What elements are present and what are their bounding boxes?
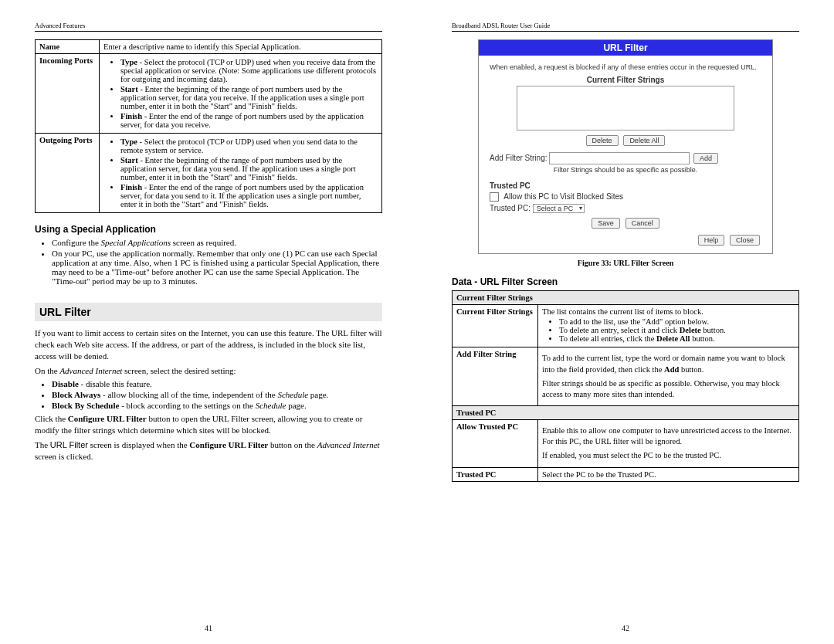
page-right: Broadband ADSL Router User Guide URL Fil… (417, 0, 834, 644)
tbl-allow-label: Allow Trusted PC (453, 420, 538, 468)
trusted-pc-label: Trusted PC: (490, 204, 531, 212)
allow-trusted-label: Allow this PC to Visit Blocked Sites (503, 192, 623, 201)
tbl-section-trusted: Trusted PC (453, 406, 799, 420)
url-filter-heading: URL Filter (35, 303, 382, 321)
help-button[interactable]: Help (698, 235, 725, 246)
tbl-add-desc: To add to the current list, type the wor… (538, 347, 799, 406)
tbl-current-desc: The list contains the current list of it… (538, 305, 799, 347)
fig-filter-listbox[interactable] (517, 86, 734, 130)
page-left: Advanced Features Name Enter a descripti… (0, 0, 417, 644)
tbl-current-label: Current Filter Strings (453, 305, 538, 347)
page-number-left: 41 (0, 624, 417, 632)
data-url-filter-table: Current Filter Strings Current Filter St… (452, 290, 799, 481)
tbl-add-label: Add Filter String (453, 347, 538, 406)
add-filter-input[interactable] (549, 152, 690, 164)
add-button[interactable]: Add (693, 153, 718, 164)
using-special-list: Configure the Special Applications scree… (35, 238, 382, 286)
using-special-heading: Using a Special Application (35, 224, 382, 235)
allow-trusted-checkbox[interactable] (490, 192, 499, 202)
tbl-section-current: Current Filter Strings (453, 291, 799, 305)
url-filter-p4: The URL Filter screen is displayed when … (35, 439, 382, 463)
trusted-pc-select[interactable]: Select a PC (533, 204, 585, 213)
tbl-allow-desc: Enable this to allow one computer to hav… (538, 420, 799, 468)
page-header-left: Advanced Features (35, 22, 382, 32)
trusted-pc-heading: Trusted PC (490, 181, 761, 190)
fig-note: When enabled, a request is blocked if an… (490, 63, 761, 71)
row-name-desc: Enter a descriptive name to identify thi… (100, 40, 382, 54)
row-in-label: Incoming Ports (36, 54, 100, 134)
url-filter-screenshot: URL Filter When enabled, a request is bl… (478, 39, 773, 254)
add-filter-label: Add Filter String: (490, 154, 547, 162)
tbl-trusted-desc: Select the PC to be the Trusted PC. (538, 467, 799, 481)
fig-current-strings-label: Current Filter Strings (490, 76, 761, 84)
row-out-label: Outgoing Ports (36, 134, 100, 213)
data-url-filter-heading: Data - URL Filter Screen (452, 276, 799, 287)
special-app-table: Name Enter a descriptive name to identif… (35, 39, 382, 213)
row-in-desc: TypeType - Select the protocol (TCP or U… (100, 54, 382, 134)
filter-hint: Filter Strings should be as specific as … (490, 166, 761, 174)
page-header-right: Broadband ADSL Router User Guide (452, 22, 799, 32)
delete-all-button[interactable]: Delete All (623, 135, 665, 146)
row-name-label: Name (36, 40, 100, 54)
url-filter-p3: Click the Configure URL Filter button to… (35, 413, 382, 436)
tbl-trusted-label: Trusted PC (453, 467, 538, 481)
close-button[interactable]: Close (730, 235, 760, 246)
url-filter-p1: If you want to limit access to certain s… (35, 327, 382, 362)
page-number-right: 42 (417, 624, 834, 632)
figure-caption: Figure 33: URL Filter Screen (452, 259, 799, 267)
fig-title-bar: URL Filter (479, 40, 772, 56)
url-filter-p2: On the Advanced Internet screen, select … (35, 365, 382, 377)
row-out-desc: Type - Select the protocol (TCP or UDP) … (100, 134, 382, 213)
save-button[interactable]: Save (592, 218, 620, 229)
cancel-button[interactable]: Cancel (626, 218, 659, 229)
delete-button[interactable]: Delete (586, 135, 619, 146)
url-filter-options: Disable - disable this feature. Block Al… (35, 379, 382, 410)
